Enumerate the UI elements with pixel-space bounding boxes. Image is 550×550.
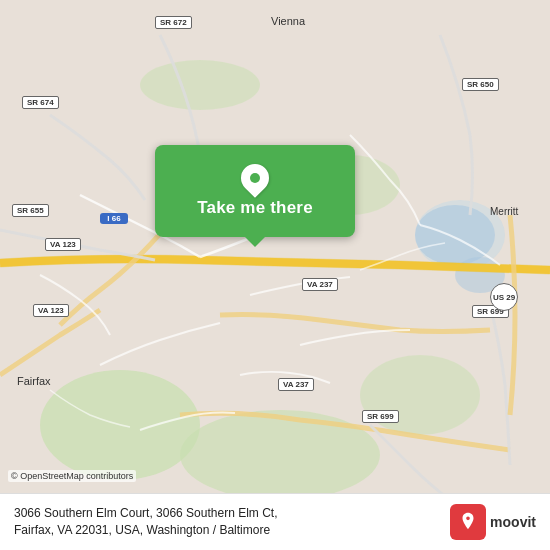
va123b-shield: VA 123 bbox=[33, 304, 69, 317]
sr655-shield: SR 655 bbox=[12, 204, 49, 217]
osm-attribution: © OpenStreetMap contributors bbox=[8, 470, 136, 482]
address-text: 3066 Southern Elm Court, 3066 Southern E… bbox=[14, 505, 440, 539]
va237b-shield: VA 237 bbox=[278, 378, 314, 391]
i66-shield: I 66 bbox=[100, 213, 128, 224]
address-line2: Fairfax, VA 22031, USA, Washington / Bal… bbox=[14, 523, 270, 537]
address-line1: 3066 Southern Elm Court, 3066 Southern E… bbox=[14, 506, 277, 520]
svg-point-3 bbox=[360, 355, 480, 435]
va123a-shield: VA 123 bbox=[45, 238, 81, 251]
moovit-brand-text: moovit bbox=[490, 514, 536, 530]
moovit-icon bbox=[450, 504, 486, 540]
map-container: Vienna SR 672 SR 674 SR 655 SR 650 SR 69… bbox=[0, 0, 550, 550]
sr699b-shield: SR 699 bbox=[362, 410, 399, 423]
moovit-svg-icon bbox=[457, 511, 479, 533]
us29-shield: US 29 bbox=[490, 283, 518, 311]
take-me-there-button[interactable]: Take me there bbox=[155, 145, 355, 237]
vienna-label: Vienna bbox=[268, 14, 308, 28]
sr674-shield: SR 674 bbox=[22, 96, 59, 109]
take-me-there-label: Take me there bbox=[197, 198, 313, 218]
va237a-shield: VA 237 bbox=[302, 278, 338, 291]
moovit-logo: moovit bbox=[450, 504, 536, 540]
bottom-bar: 3066 Southern Elm Court, 3066 Southern E… bbox=[0, 493, 550, 550]
svg-point-7 bbox=[415, 205, 495, 265]
fairfax-label: Fairfax bbox=[14, 374, 54, 388]
merritt-label: Merritt bbox=[487, 205, 521, 218]
sr650-shield: SR 650 bbox=[462, 78, 499, 91]
sr672-shield: SR 672 bbox=[155, 16, 192, 29]
location-pin-icon bbox=[235, 158, 275, 198]
svg-point-5 bbox=[140, 60, 260, 110]
